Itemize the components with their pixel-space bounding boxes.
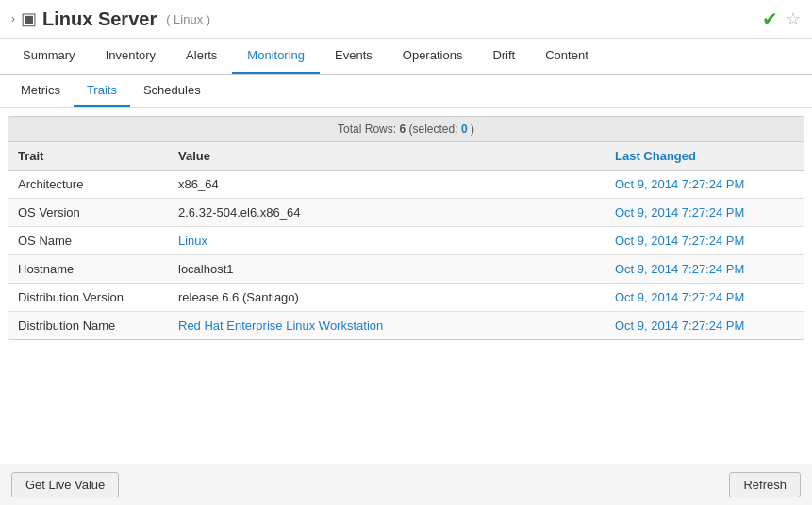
table-row: Distribution NameRed Hat Enterprise Linu… [8, 312, 804, 340]
sub-nav-item-traits[interactable]: Traits [74, 75, 130, 107]
top-nav-item-inventory[interactable]: Inventory [91, 39, 171, 74]
total-rows-label: Total Rows: [338, 122, 396, 136]
header-icons: ✔ ☆ [762, 8, 801, 30]
header: › ▣ Linux Server ( Linux ) ✔ ☆ [0, 0, 812, 39]
table-header: Trait Value Last Changed [8, 142, 804, 171]
total-rows-count: 6 [399, 122, 406, 136]
cell-trait: Distribution Version [8, 284, 169, 312]
top-nav-item-alerts[interactable]: Alerts [171, 39, 232, 74]
cell-value[interactable]: Red Hat Enterprise Linux Workstation [169, 312, 605, 340]
cell-value: localhost1 [169, 255, 605, 284]
get-live-value-button[interactable]: Get Live Value [11, 472, 119, 497]
sub-nav: MetricsTraitsSchedules [0, 75, 812, 108]
table-row: OS Version2.6.32-504.el6.x86_64Oct 9, 20… [8, 199, 804, 227]
sub-nav-item-metrics[interactable]: Metrics [8, 75, 74, 107]
cell-value: 2.6.32-504.el6.x86_64 [169, 199, 605, 227]
cell-value[interactable]: Linux [169, 227, 605, 255]
cell-last-changed: Oct 9, 2014 7:27:24 PM [605, 227, 804, 255]
main-content: Total Rows: 6 (selected: 0 ) Trait Value… [0, 108, 812, 348]
footer: Get Live Value Refresh [0, 464, 812, 505]
top-nav-item-operations[interactable]: Operations [388, 39, 478, 74]
top-nav: SummaryInventoryAlertsMonitoringEventsOp… [0, 39, 812, 75]
cell-last-changed: Oct 9, 2014 7:27:24 PM [605, 312, 804, 340]
selected-count: 0 [461, 122, 468, 136]
top-nav-item-content[interactable]: Content [530, 39, 604, 74]
top-nav-item-drift[interactable]: Drift [477, 39, 530, 74]
traits-table-container: Total Rows: 6 (selected: 0 ) Trait Value… [8, 116, 804, 340]
table-row: Hostnamelocalhost1Oct 9, 2014 7:27:24 PM [8, 255, 804, 284]
table-row: Distribution Versionrelease 6.6 (Santiag… [8, 284, 804, 312]
cell-trait: OS Name [8, 227, 169, 255]
col-trait: Trait [8, 142, 169, 171]
traits-table: Trait Value Last Changed Architecturex86… [8, 142, 804, 339]
cell-value: release 6.6 (Santiago) [169, 284, 605, 312]
breadcrumb-arrow: › [11, 12, 15, 25]
cell-trait: Hostname [8, 255, 169, 284]
table-row: Architecturex86_64Oct 9, 2014 7:27:24 PM [8, 171, 804, 199]
server-icon: ▣ [21, 8, 37, 29]
col-value: Value [169, 142, 605, 171]
cell-value: x86_64 [169, 171, 605, 199]
cell-trait: OS Version [8, 199, 169, 227]
cell-last-changed: Oct 9, 2014 7:27:24 PM [605, 171, 804, 199]
favorite-star-icon[interactable]: ☆ [786, 8, 801, 29]
table-row: OS NameLinuxOct 9, 2014 7:27:24 PM [8, 227, 804, 255]
col-last-changed: Last Changed [605, 142, 804, 171]
cell-last-changed: Oct 9, 2014 7:27:24 PM [605, 199, 804, 227]
cell-last-changed: Oct 9, 2014 7:27:24 PM [605, 255, 804, 284]
table-summary-bar: Total Rows: 6 (selected: 0 ) [8, 117, 804, 142]
status-check-icon: ✔ [762, 8, 778, 30]
top-nav-item-summary[interactable]: Summary [8, 39, 91, 74]
header-left: › ▣ Linux Server ( Linux ) [11, 8, 210, 30]
refresh-button[interactable]: Refresh [729, 472, 801, 497]
top-nav-item-events[interactable]: Events [320, 39, 388, 74]
table-body: Architecturex86_64Oct 9, 2014 7:27:24 PM… [8, 171, 804, 340]
sub-nav-item-schedules[interactable]: Schedules [130, 75, 214, 107]
page-subtitle: ( Linux ) [166, 12, 210, 26]
cell-trait: Architecture [8, 171, 169, 199]
selected-label: (selected: [409, 122, 458, 136]
cell-trait: Distribution Name [8, 312, 169, 340]
cell-last-changed: Oct 9, 2014 7:27:24 PM [605, 284, 804, 312]
selected-close: ) [471, 122, 474, 136]
page-title: Linux Server [42, 8, 157, 30]
top-nav-item-monitoring[interactable]: Monitoring [232, 39, 320, 74]
